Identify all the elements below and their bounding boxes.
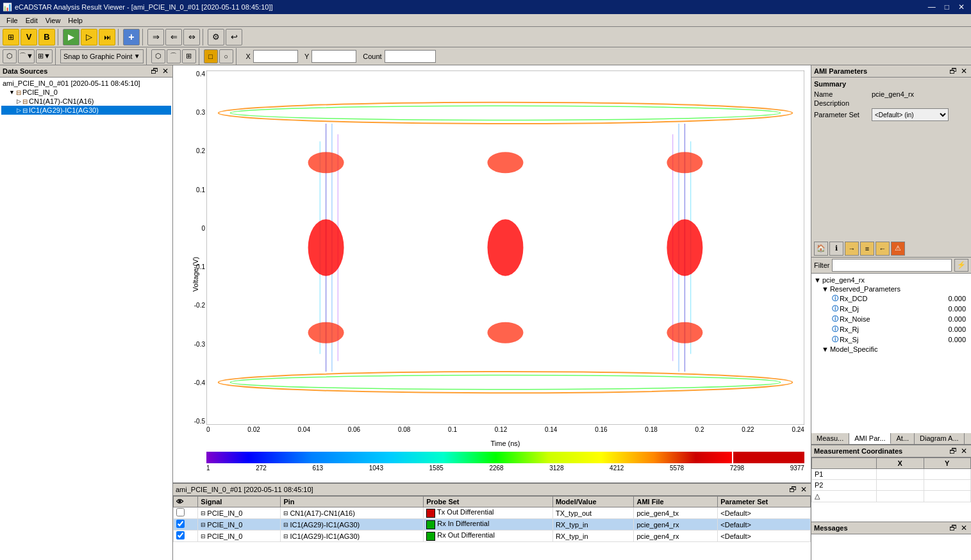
- tab-ami-par[interactable]: AMI Par...: [849, 433, 891, 444]
- measure-float-icon[interactable]: 🗗: [948, 447, 958, 456]
- colorbar: [206, 452, 804, 463]
- row3-swatch: [426, 532, 435, 541]
- row2-checkbox[interactable]: [176, 520, 185, 528]
- nav1-button[interactable]: ⇒: [147, 29, 164, 45]
- tree-expand-icon: ▷: [17, 98, 21, 104]
- run-button[interactable]: ▶: [63, 29, 79, 45]
- tab-measure[interactable]: Measu...: [811, 433, 849, 444]
- ami-info-btn[interactable]: ℹ: [829, 242, 843, 256]
- reserved-header[interactable]: ▼ Reserved_Parameters: [820, 284, 970, 293]
- step-button[interactable]: ▷: [81, 29, 97, 45]
- messages-float-icon[interactable]: 🗗: [948, 523, 958, 532]
- filter-input[interactable]: [832, 259, 952, 272]
- ff-button[interactable]: ⏭: [99, 29, 115, 45]
- col-probe: Probe Set: [424, 497, 553, 507]
- menu-view[interactable]: View: [42, 15, 65, 26]
- messages-close-icon[interactable]: ✕: [959, 523, 968, 532]
- tab-diagram[interactable]: Diagram A...: [915, 433, 965, 444]
- open-button[interactable]: ⊞: [3, 29, 19, 45]
- row1-pin: ⊟ CN1(A17)-CN1(A16): [281, 507, 424, 519]
- x-input[interactable]: [253, 50, 298, 63]
- row1-check[interactable]: [174, 507, 198, 519]
- param-set-select[interactable]: <Default> (in): [872, 108, 949, 121]
- float-icon[interactable]: 🗗: [149, 67, 160, 76]
- measure-btn[interactable]: ⌒▼: [18, 49, 35, 63]
- row2-probe: Rx In Differential: [424, 519, 553, 531]
- rxnoise-name: Rx_Noise: [840, 315, 936, 323]
- shape1-btn[interactable]: ⬡: [151, 49, 165, 63]
- menu-help[interactable]: Help: [64, 15, 87, 26]
- menu-edit[interactable]: Edit: [22, 15, 42, 26]
- ami-input-btn[interactable]: →: [845, 242, 859, 256]
- ami-alert-btn[interactable]: ⚠: [891, 242, 905, 256]
- x-ticks: 0 0.02 0.04 0.06 0.08 0.1 0.12 0.14 0.16…: [206, 426, 804, 436]
- tree-cn1-label: CN1(A17)-CN1(A16): [29, 97, 94, 105]
- svg-point-21: [488, 322, 524, 343]
- close-panel-icon[interactable]: ✕: [161, 67, 170, 76]
- snap-button[interactable]: Snap to Graphic Point ▼: [60, 49, 144, 63]
- y-input[interactable]: [311, 50, 356, 63]
- close-button[interactable]: ✕: [954, 3, 968, 12]
- bottom-panel-header: ami_PCIE_IN_0_#01 [2020-05-11 08:45:10] …: [173, 484, 811, 496]
- description-label: Description: [814, 99, 872, 107]
- select-btn[interactable]: ⬡: [3, 49, 17, 63]
- zoom-btn[interactable]: ⊞▼: [36, 49, 53, 63]
- model-specific-header[interactable]: ▼ Model_Specific: [820, 345, 970, 354]
- v-button[interactable]: V: [21, 29, 37, 45]
- row1-swatch: [426, 509, 435, 518]
- param-item-rxdcd[interactable]: ⓘ Rx_DCD 0.000: [831, 293, 970, 304]
- tree-cn1-item[interactable]: ▷ ⊟ CN1(A17)-CN1(A16): [1, 97, 171, 106]
- bottom-panel: ami_PCIE_IN_0_#01 [2020-05-11 08:45:10] …: [173, 483, 811, 560]
- undo-button[interactable]: ↩: [226, 29, 242, 45]
- param-item-rxnoise[interactable]: ⓘ Rx_Noise 0.000: [831, 314, 970, 324]
- bottom-title: ami_PCIE_IN_0_#01 [2020-05-11 08:45:10]: [176, 486, 313, 493]
- param-root-header[interactable]: ▼ pcie_gen4_rx: [813, 276, 970, 284]
- tree-root-item[interactable]: ami_PCIE_IN_0_#01 [2020-05-11 08:45:10]: [1, 79, 171, 88]
- menu-file[interactable]: File: [3, 15, 22, 26]
- measure-close-icon[interactable]: ✕: [959, 447, 968, 456]
- param-item-rxdj[interactable]: ⓘ Rx_Dj 0.000: [831, 304, 970, 314]
- ami-float-icon[interactable]: 🗗: [948, 67, 958, 76]
- nav2-button[interactable]: ⇐: [165, 29, 182, 45]
- measure-icons: 🗗 ✕: [948, 447, 968, 456]
- col-ami: AMI File: [634, 497, 718, 507]
- ami-home-btn[interactable]: 🏠: [814, 242, 828, 256]
- ami-close-icon[interactable]: ✕: [959, 67, 968, 76]
- reserved-items: ⓘ Rx_DCD 0.000 ⓘ Rx_Dj 0.000 ⓘ: [820, 293, 970, 345]
- rect-btn[interactable]: □: [204, 49, 218, 63]
- signal-data-table: 👁 Signal Pin Probe Set Model/Value AMI F…: [173, 496, 811, 542]
- row1-checkbox[interactable]: [176, 508, 185, 516]
- filter-btn[interactable]: ⚡: [954, 259, 968, 272]
- tree-ic1-item[interactable]: ▷ ⊟ IC1(AG29)-IC1(AG30): [1, 106, 171, 115]
- param-item-rxrj[interactable]: ⓘ Rx_Rj 0.000: [831, 324, 970, 334]
- row3-checkbox[interactable]: [176, 531, 185, 539]
- maximize-button[interactable]: □: [941, 3, 953, 12]
- app-icon: 📊: [3, 3, 12, 12]
- b-button[interactable]: B: [38, 29, 55, 45]
- add-button[interactable]: +: [123, 29, 140, 45]
- bottom-close-icon[interactable]: ✕: [799, 485, 808, 494]
- ellipse-btn[interactable]: ○: [219, 49, 233, 63]
- ami-param-btn[interactable]: ≡: [860, 242, 874, 256]
- shape3-btn[interactable]: ⊞: [182, 49, 196, 63]
- svg-point-16: [488, 219, 524, 276]
- count-input[interactable]: [385, 50, 436, 63]
- left-panel: Data Sources 🗗 ✕ ami_PCIE_IN_0_#01 [2020…: [0, 65, 173, 560]
- tab-at[interactable]: At...: [891, 433, 915, 444]
- row1-signal: ⊟ PCIE_IN_0: [198, 507, 281, 519]
- row2-check[interactable]: [174, 519, 198, 531]
- colorbar-svg: [206, 452, 804, 463]
- settings-button[interactable]: ⚙: [208, 29, 224, 45]
- x-axis-title: Time (ns): [206, 440, 804, 447]
- separator2: [118, 29, 120, 45]
- coord-x-header: X: [877, 458, 924, 469]
- row3-check[interactable]: [174, 531, 198, 542]
- param-item-rxsj[interactable]: ⓘ Rx_Sj 0.000: [831, 334, 970, 345]
- colorbar-labels: 1 272 613 1043 1585 2268 3128 4212 5578 …: [206, 465, 804, 475]
- minimize-button[interactable]: —: [924, 3, 940, 12]
- nav3-button[interactable]: ⇔: [183, 29, 200, 45]
- shape2-btn[interactable]: ⌒: [167, 49, 181, 63]
- ami-export-btn[interactable]: ←: [876, 242, 890, 256]
- bottom-float-icon[interactable]: 🗗: [788, 485, 798, 494]
- tree-group-pcie[interactable]: ▼ ⊟ PCIE_IN_0: [1, 88, 171, 97]
